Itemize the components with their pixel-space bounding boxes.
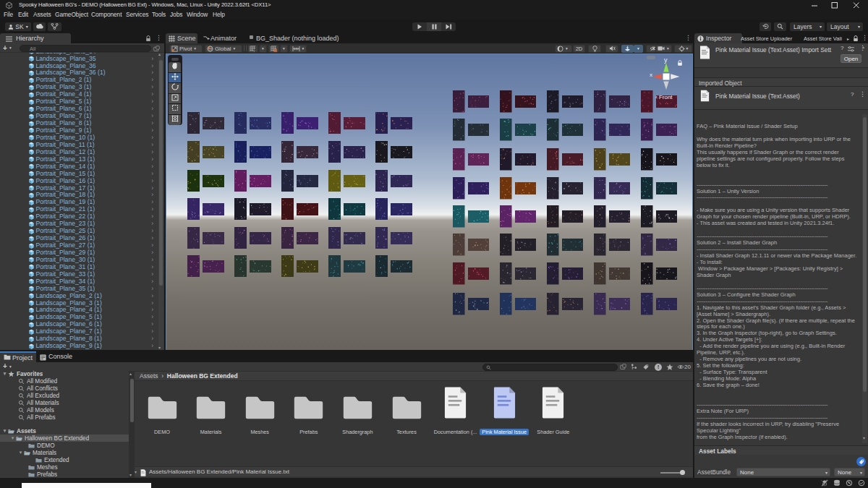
svg-text:x: x <box>650 72 652 78</box>
svg-text:y: y <box>664 56 668 64</box>
svg-text:y: y <box>253 49 255 52</box>
